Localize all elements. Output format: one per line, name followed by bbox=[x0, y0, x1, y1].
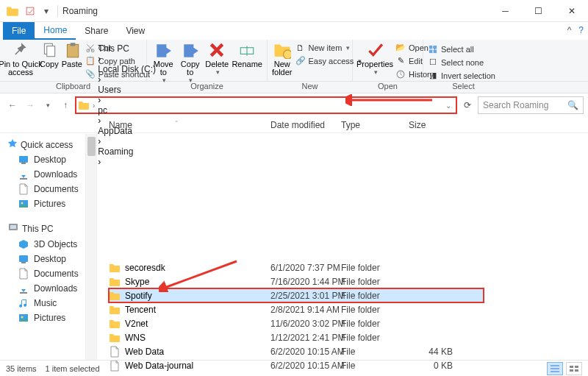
navigation-bar: ← → ▾ ↑ › This PC›Local Disk (C:)›Users›… bbox=[0, 93, 588, 117]
pin-to-quick-access-button[interactable]: Pin to Quick access bbox=[4, 41, 37, 77]
column-size[interactable]: Size bbox=[409, 120, 467, 130]
back-button[interactable]: ← bbox=[4, 97, 21, 113]
nav-item[interactable]: Pictures📌 bbox=[0, 196, 96, 211]
file-type: File bbox=[341, 347, 409, 357]
recent-locations-button[interactable]: ▾ bbox=[40, 97, 56, 113]
nav-icon bbox=[18, 283, 29, 294]
file-type: File folder bbox=[341, 277, 409, 287]
thumbnails-view-button[interactable] bbox=[566, 362, 582, 375]
select-all-button[interactable]: Select all bbox=[428, 43, 495, 55]
refresh-button[interactable]: ⟳ bbox=[459, 96, 476, 114]
breadcrumb-segment[interactable]: This PC bbox=[98, 43, 156, 54]
new-item-button[interactable]: 🗋New item▾ bbox=[295, 41, 362, 54]
nav-this-pc[interactable]: This PC bbox=[0, 220, 96, 237]
nav-item[interactable]: Documents📌 bbox=[0, 182, 96, 196]
maximize-button[interactable]: ☐ bbox=[522, 0, 555, 22]
minimize-button[interactable]: ─ bbox=[489, 0, 522, 22]
details-view-button[interactable] bbox=[547, 362, 563, 375]
search-placeholder: Search Roaming bbox=[483, 100, 548, 110]
new-folder-button[interactable]: New folder bbox=[272, 41, 293, 77]
nav-label: Downloads bbox=[34, 283, 77, 294]
svg-rect-22 bbox=[575, 366, 578, 368]
nav-icon bbox=[18, 253, 29, 265]
file-list: secoresdk6/1/2020 7:37 PMFile folderSkyp… bbox=[97, 134, 588, 360]
delete-button[interactable]: Delete▾ bbox=[205, 41, 229, 77]
address-bar[interactable]: › This PC›Local Disk (C:)›Users›pc›AppDa… bbox=[75, 96, 457, 114]
nav-item[interactable]: 3D Objects bbox=[0, 237, 96, 252]
nav-icon bbox=[18, 268, 29, 280]
nav-label: Documents bbox=[34, 184, 79, 194]
ribbon: Pin to Quick access Copy Paste Cut 📋Copy… bbox=[0, 40, 588, 82]
nav-label: Music bbox=[34, 298, 57, 308]
select-all-icon bbox=[428, 44, 438, 54]
navpane-scrollbar[interactable] bbox=[85, 134, 96, 360]
chevron-right-icon[interactable]: › bbox=[98, 54, 101, 64]
nav-icon bbox=[18, 297, 29, 309]
paste-button[interactable]: Paste bbox=[62, 41, 82, 68]
nav-item[interactable]: Downloads📌 bbox=[0, 167, 96, 182]
tab-share[interactable]: Share bbox=[76, 22, 117, 40]
copy-button[interactable]: Copy bbox=[40, 41, 59, 68]
file-date: 2/25/2021 3:01 PM bbox=[270, 291, 341, 301]
chevron-right-icon[interactable]: › bbox=[93, 102, 95, 110]
address-dropdown-icon[interactable]: ⌄ bbox=[445, 102, 451, 110]
file-type: File folder bbox=[341, 333, 409, 343]
folder-icon bbox=[78, 99, 90, 111]
tab-view[interactable]: View bbox=[117, 22, 154, 40]
file-row[interactable]: secoresdk6/1/2020 7:37 PMFile folder bbox=[109, 260, 467, 274]
scissors-icon bbox=[85, 43, 96, 53]
file-row[interactable]: WNS1/12/2021 2:41 PMFile folder bbox=[109, 330, 467, 344]
up-button[interactable]: ↑ bbox=[57, 97, 74, 113]
nav-item[interactable]: Documents bbox=[0, 266, 96, 281]
ribbon-group-labels: Clipboard Organize New Open Select bbox=[0, 82, 588, 93]
forward-button[interactable]: → bbox=[22, 97, 38, 113]
group-organize: Move to▾ Copy to▾ Delete▾ Rename bbox=[147, 40, 268, 81]
rename-button[interactable]: Rename bbox=[232, 41, 262, 68]
nav-item[interactable]: Desktop📌 bbox=[0, 152, 96, 167]
easy-access-button[interactable]: 🔗Easy access▾ bbox=[295, 54, 362, 67]
tab-file[interactable]: File bbox=[3, 22, 35, 40]
column-headers: Name ˄ Date modified Type Size bbox=[0, 117, 588, 133]
nav-label: Desktop bbox=[34, 254, 66, 264]
folder-icon bbox=[109, 318, 121, 330]
chevron-right-icon[interactable]: › bbox=[98, 95, 101, 105]
file-name: Spotify bbox=[125, 291, 270, 301]
properties-button[interactable]: Properties▾ bbox=[357, 41, 392, 77]
chevron-right-icon[interactable]: › bbox=[98, 116, 101, 126]
file-date: 2/8/2021 9:14 AM bbox=[270, 305, 341, 315]
nav-label: Pictures bbox=[34, 199, 65, 209]
ribbon-collapse-icon[interactable]: ^ bbox=[567, 25, 572, 35]
file-date: 1/12/2021 2:41 PM bbox=[270, 333, 341, 343]
nav-item[interactable]: Music bbox=[0, 296, 96, 311]
file-row[interactable]: Skype7/16/2020 1:44 PMFile folder bbox=[109, 274, 467, 288]
tab-home[interactable]: Home bbox=[35, 22, 76, 40]
column-name[interactable]: Name ˄ bbox=[109, 120, 270, 130]
breadcrumb-segment[interactable]: Users bbox=[98, 85, 156, 95]
copy-to-button[interactable]: Copy to▾ bbox=[178, 41, 201, 85]
file-row[interactable]: V2net11/6/2020 3:02 PMFile folder bbox=[109, 316, 467, 330]
qat-dropdown-icon[interactable]: ▾ bbox=[40, 4, 53, 18]
nav-item[interactable]: Desktop bbox=[0, 252, 96, 266]
close-button[interactable]: ✕ bbox=[555, 0, 588, 22]
chevron-right-icon[interactable]: › bbox=[98, 74, 101, 85]
search-input[interactable]: Search Roaming 🔍 bbox=[478, 96, 584, 114]
file-row[interactable]: Tencent2/8/2021 9:14 AMFile folder bbox=[109, 302, 467, 316]
breadcrumb-segment[interactable]: Local Disk (C:) bbox=[98, 64, 156, 74]
file-row[interactable]: Web Data6/2/2020 10:15 AMFile44 KB bbox=[109, 344, 467, 358]
nav-label: Downloads bbox=[34, 169, 77, 180]
quick-access-toolbar: ▾ bbox=[24, 4, 53, 18]
svg-rect-24 bbox=[575, 369, 578, 372]
select-none-button[interactable]: ☐Select none bbox=[428, 56, 495, 68]
invert-selection-button[interactable]: ◨Invert selection bbox=[428, 69, 495, 82]
breadcrumb-segment[interactable]: pc bbox=[98, 105, 156, 116]
nav-quick-access[interactable]: Quick access bbox=[0, 137, 96, 152]
nav-item[interactable]: Downloads bbox=[0, 281, 96, 296]
nav-item[interactable]: Pictures bbox=[0, 311, 96, 325]
file-date: 6/2/2020 10:15 AM bbox=[270, 347, 341, 357]
ribbon-help-icon[interactable]: ? bbox=[578, 25, 584, 35]
column-date[interactable]: Date modified bbox=[270, 120, 341, 130]
column-type[interactable]: Type bbox=[341, 120, 409, 130]
window-title: Roaming bbox=[62, 6, 98, 16]
file-row[interactable]: Spotify2/25/2021 3:01 PMFile folder bbox=[109, 288, 484, 302]
qat-properties-icon[interactable] bbox=[24, 4, 37, 18]
